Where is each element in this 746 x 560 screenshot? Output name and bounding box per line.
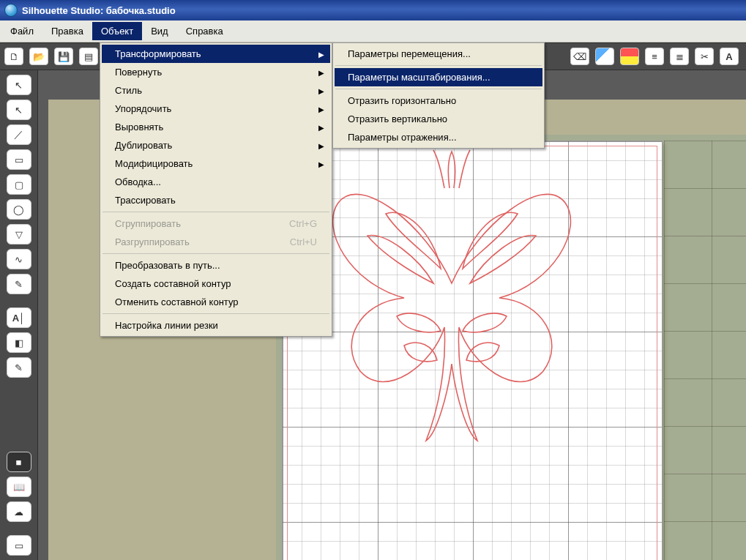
- dd-arrange[interactable]: Упорядочить▶: [102, 100, 330, 118]
- polygon-icon: ▽: [15, 229, 23, 240]
- rectangle-icon: ▭: [15, 154, 23, 165]
- dd-separator: [102, 212, 329, 212]
- dd-arrange-label: Упорядочить: [115, 103, 171, 114]
- dd-separator: [335, 65, 542, 66]
- toolbar-text-button[interactable]: A: [720, 48, 739, 65]
- knife-icon: ✎: [15, 362, 23, 373]
- dd-ungroup-shortcut: Ctrl+U: [290, 236, 317, 247]
- ruler-vertical: [38, 70, 48, 560]
- tool-select[interactable]: ↖: [7, 75, 31, 95]
- dd-make-compound[interactable]: Создать составной контур: [102, 275, 330, 293]
- footer-send[interactable]: ☁: [7, 501, 31, 522]
- dd-align-label: Выровнять: [115, 122, 163, 132]
- dd-mirror-params[interactable]: Параметры отражения...: [335, 128, 542, 146]
- toolbar-line-color-button[interactable]: [620, 48, 639, 65]
- library-icon: ■: [16, 457, 22, 468]
- tool-freehand[interactable]: ✎: [7, 274, 31, 294]
- toolbar-scissors-button[interactable]: ✂: [695, 48, 714, 65]
- tool-line[interactable]: ／: [7, 124, 31, 145]
- tool-select-lasso[interactable]: ↖: [7, 100, 31, 120]
- submenu-arrow-icon: ▶: [318, 68, 324, 76]
- dd-rotate[interactable]: Повернуть▶: [102, 63, 330, 81]
- submenu-arrow-icon: ▶: [318, 160, 324, 168]
- line-weight-icon: ≣: [676, 51, 684, 62]
- eraser-icon: ⌫: [573, 51, 586, 62]
- menu-object[interactable]: Объект: [92, 22, 142, 40]
- dd-flip-h[interactable]: Отразить горизонтально: [335, 92, 542, 110]
- dd-trace-label: Трассировать: [115, 195, 176, 206]
- eraser-tool-icon: ◧: [15, 337, 23, 348]
- tool-text[interactable]: A│: [7, 307, 31, 328]
- dd-transform[interactable]: Трансформировать▶: [102, 45, 330, 63]
- dd-release-compound[interactable]: Отменить составной контур: [102, 293, 330, 311]
- dd-group-label: Сгруппировать: [115, 218, 181, 229]
- app-logo-icon: [4, 4, 18, 17]
- dd-duplicate-label: Дублировать: [115, 140, 172, 151]
- dropdown-object: Трансформировать▶ Повернуть▶ Стиль▶ Упор…: [100, 42, 332, 337]
- new-icon: 🗋: [10, 51, 19, 62]
- footer-library[interactable]: ■: [7, 452, 31, 472]
- menu-edit-label: Правка: [51, 26, 83, 37]
- dd-move-params-label: Параметры перемещения...: [348, 48, 471, 59]
- dd-scale-params[interactable]: Параметры масштабирования...: [335, 68, 542, 86]
- footer-store[interactable]: 📖: [7, 477, 31, 497]
- dd-convert-path[interactable]: Преобразовать в путь...: [102, 256, 330, 275]
- registration-icon: ▭: [15, 540, 23, 551]
- dd-mirror-params-label: Параметры отражения...: [348, 132, 457, 143]
- text-tool-icon: A│: [12, 313, 26, 324]
- tool-rounded-rect[interactable]: ▢: [7, 174, 31, 195]
- dd-modify-label: Модифицировать: [115, 158, 193, 169]
- menu-view[interactable]: Вид: [142, 22, 177, 40]
- freehand-icon: ✎: [15, 279, 23, 290]
- dd-outline[interactable]: Обводка...: [102, 173, 330, 191]
- tool-knife[interactable]: ✎: [7, 357, 31, 378]
- dd-align[interactable]: Выровнять▶: [102, 118, 330, 136]
- tool-sidebar: ↖ ↖ ／ ▭ ▢ ◯ ▽ ∿ ✎ A│ ◧ ✎ ■ 📖 ☁ ▭: [0, 70, 38, 560]
- menu-file[interactable]: Файл: [1, 22, 42, 40]
- tool-rectangle[interactable]: ▭: [7, 149, 31, 170]
- menu-bar: Файл Правка Объект Вид Справка: [0, 20, 746, 42]
- dd-outline-label: Обводка...: [115, 176, 161, 187]
- line-style-icon: ≡: [652, 51, 657, 62]
- save-icon: 💾: [58, 51, 70, 62]
- dd-separator: [102, 313, 329, 314]
- saveas-icon: ▤: [84, 51, 93, 62]
- butterfly-shape[interactable]: [316, 144, 587, 452]
- toolbar-new-button[interactable]: 🗋: [4, 48, 23, 65]
- line-icon: ／: [14, 128, 23, 141]
- text-icon: A: [726, 51, 732, 62]
- toolbar-open-button[interactable]: 📂: [29, 48, 48, 65]
- dd-cutline-settings-label: Настройка линии резки: [115, 320, 218, 331]
- mat-grid: [664, 141, 746, 560]
- dd-style-label: Стиль: [115, 85, 142, 96]
- dd-cutline-settings[interactable]: Настройка линии резки: [102, 316, 330, 335]
- toolbar-line-style-button[interactable]: ≡: [645, 48, 664, 65]
- toolbar-eraser-button[interactable]: ⌫: [570, 48, 589, 65]
- dd-style[interactable]: Стиль▶: [102, 81, 330, 100]
- toolbar-fill-color-button[interactable]: [595, 48, 614, 65]
- dd-move-params[interactable]: Параметры перемещения...: [335, 45, 542, 63]
- submenu-arrow-icon: ▶: [318, 141, 324, 149]
- select-icon: ↖: [15, 80, 23, 91]
- tool-curve[interactable]: ∿: [7, 249, 31, 269]
- tool-polygon[interactable]: ▽: [7, 224, 31, 244]
- toolbar-line-weight-button[interactable]: ≣: [670, 48, 689, 65]
- footer-registration[interactable]: ▭: [7, 535, 31, 556]
- store-icon: 📖: [13, 482, 25, 493]
- toolbar-save-button[interactable]: 💾: [54, 48, 73, 65]
- submenu-arrow-icon: ▶: [318, 105, 324, 113]
- menu-object-label: Объект: [101, 26, 133, 37]
- dd-duplicate[interactable]: Дублировать▶: [102, 136, 330, 154]
- dd-modify[interactable]: Модифицировать▶: [102, 154, 330, 173]
- toolbar-saveas-button[interactable]: ▤: [79, 48, 98, 65]
- toolbar-right: ⌫ ≡ ≣ ✂ A: [566, 42, 743, 70]
- tool-eraser[interactable]: ◧: [7, 332, 31, 353]
- design-page[interactable]: [282, 141, 663, 560]
- menu-help[interactable]: Справка: [177, 22, 232, 40]
- dd-trace[interactable]: Трассировать: [102, 191, 330, 209]
- dd-flip-v[interactable]: Отразить вертикально: [335, 110, 542, 128]
- tool-ellipse[interactable]: ◯: [7, 199, 31, 220]
- menu-edit[interactable]: Правка: [42, 22, 92, 40]
- dd-make-compound-label: Создать составной контур: [115, 278, 231, 289]
- dd-convert-path-label: Преобразовать в путь...: [115, 260, 220, 271]
